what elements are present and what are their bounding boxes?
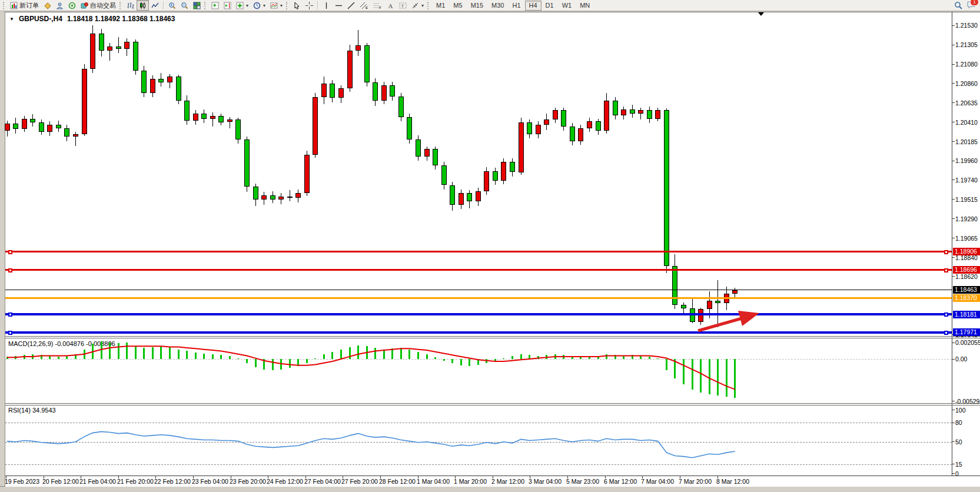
tile-windows-button[interactable] bbox=[191, 0, 203, 11]
macd-axis-label: -0.005292 bbox=[955, 398, 980, 405]
tf-button-m30[interactable]: M30 bbox=[487, 1, 508, 11]
collapse-triangle-icon[interactable]: ▼ bbox=[9, 16, 14, 22]
chart-shift-button[interactable] bbox=[221, 0, 234, 11]
macd-histogram-bar bbox=[726, 359, 727, 397]
periods-button[interactable]: ▾ bbox=[251, 0, 268, 11]
indicators-button[interactable]: ▾ bbox=[234, 0, 251, 11]
templates-button[interactable]: ▾ bbox=[268, 0, 285, 11]
bar-chart-button[interactable] bbox=[124, 0, 137, 11]
pane-divider[interactable] bbox=[5, 403, 980, 404]
toolbar-grip[interactable] bbox=[204, 2, 207, 9]
candle-body bbox=[647, 110, 652, 119]
toolbar-grip[interactable] bbox=[119, 2, 122, 9]
price-level-badge: 1.18463 bbox=[953, 286, 980, 294]
macd-histogram-bar bbox=[24, 355, 25, 359]
styles-button[interactable] bbox=[41, 0, 54, 11]
channel-button[interactable]: E bbox=[357, 0, 371, 11]
tf-button-h4[interactable]: H4 bbox=[525, 1, 542, 11]
line-chart-button[interactable] bbox=[149, 0, 161, 11]
pane-divider[interactable] bbox=[5, 405, 980, 405]
tf-button-m5[interactable]: M5 bbox=[449, 1, 466, 11]
horizontal-line-object[interactable] bbox=[5, 269, 952, 271]
line-anchor-handle[interactable] bbox=[944, 313, 948, 317]
horizontal-line-object[interactable] bbox=[5, 297, 952, 299]
macd-histogram-bar bbox=[331, 352, 333, 359]
macd-histogram-bar bbox=[289, 359, 291, 368]
new-order-button[interactable]: 新订单 bbox=[8, 0, 41, 11]
rsi-axis-tick bbox=[952, 423, 955, 423]
arrows-button[interactable]: ▾ bbox=[409, 0, 426, 11]
toolbar-grip[interactable] bbox=[286, 2, 288, 9]
horizontal-line-button[interactable] bbox=[333, 0, 345, 11]
macd-histogram-bar bbox=[306, 359, 308, 363]
candle-body bbox=[578, 128, 583, 141]
line-anchor-handle[interactable] bbox=[8, 313, 12, 317]
chevron-down-icon: ▾ bbox=[246, 3, 248, 8]
tf-button-m1[interactable]: M1 bbox=[432, 1, 449, 11]
line-anchor-handle[interactable] bbox=[8, 250, 12, 254]
macd-histogram-bar bbox=[6, 357, 8, 359]
candle-body bbox=[527, 122, 532, 135]
tf-button-h1[interactable]: H1 bbox=[508, 1, 524, 11]
candle-body bbox=[124, 42, 129, 49]
pane-divider[interactable] bbox=[5, 336, 980, 337]
zoom-out-button[interactable] bbox=[178, 0, 191, 11]
candle-body bbox=[604, 101, 609, 131]
price-axis-tick bbox=[952, 179, 955, 180]
label-button[interactable]: T bbox=[397, 0, 409, 11]
auto-scroll-button[interactable] bbox=[209, 0, 221, 11]
line-anchor-handle[interactable] bbox=[944, 250, 948, 254]
candle-body bbox=[107, 46, 112, 51]
crosshair-button[interactable] bbox=[303, 0, 315, 11]
cursor-button[interactable] bbox=[291, 0, 303, 11]
price-axis-tick bbox=[952, 199, 955, 200]
line-anchor-handle[interactable] bbox=[8, 268, 12, 272]
horizontal-line-object[interactable] bbox=[5, 313, 952, 315]
macd-histogram-bar bbox=[366, 346, 368, 359]
vertical-line-button[interactable] bbox=[320, 0, 333, 11]
chat-button[interactable]: 1 bbox=[966, 1, 976, 10]
macd-histogram-bar bbox=[220, 355, 222, 359]
candle-wick bbox=[230, 117, 230, 128]
macd-histogram-bar bbox=[683, 359, 685, 384]
line-anchor-handle[interactable] bbox=[944, 268, 948, 272]
price-axis-tick bbox=[952, 276, 955, 277]
candle-wick bbox=[212, 112, 213, 126]
tf-button-w1[interactable]: W1 bbox=[558, 1, 576, 11]
zoom-in-button[interactable] bbox=[166, 0, 178, 11]
signals-button[interactable] bbox=[66, 0, 78, 11]
candle-wick bbox=[717, 280, 718, 328]
macd-histogram-bar bbox=[494, 359, 496, 361]
svg-text:A: A bbox=[388, 2, 393, 9]
macd-histogram-bar bbox=[477, 359, 479, 365]
rsi-indicator-label: RSI(14) 34.9543 bbox=[8, 407, 56, 414]
window-bottom-edge bbox=[0, 486, 980, 492]
profile-button[interactable] bbox=[54, 0, 66, 11]
label-icon: T bbox=[399, 2, 407, 9]
macd-histogram-bar bbox=[623, 356, 624, 359]
line-anchor-handle[interactable] bbox=[8, 331, 12, 335]
time-axis-label: 3 Mar 04:00 bbox=[529, 478, 562, 485]
tf-button-mn[interactable]: MN bbox=[576, 1, 594, 11]
tf-button-d1[interactable]: D1 bbox=[542, 1, 558, 11]
price-axis-tick bbox=[952, 141, 955, 142]
toolbar-grip[interactable] bbox=[427, 2, 430, 9]
trendline-button[interactable] bbox=[345, 0, 357, 11]
pane-divider[interactable] bbox=[5, 338, 980, 338]
horizontal-line-object[interactable] bbox=[5, 290, 952, 290]
line-anchor-handle[interactable] bbox=[944, 331, 948, 335]
horizontal-line-object[interactable] bbox=[5, 331, 952, 334]
search-icon[interactable] bbox=[954, 1, 963, 10]
fibonacci-button[interactable]: F bbox=[371, 0, 384, 11]
horizontal-line-object[interactable] bbox=[5, 251, 952, 252]
macd-histogram-bar bbox=[49, 356, 51, 359]
candle-chart-button[interactable] bbox=[137, 0, 149, 11]
tf-button-m15[interactable]: M15 bbox=[467, 1, 487, 11]
price-axis-label: 1.19290 bbox=[955, 215, 978, 222]
macd-histogram-bar bbox=[135, 346, 137, 359]
trendline-icon bbox=[347, 2, 355, 9]
autotrading-button[interactable]: 自动交易 bbox=[78, 0, 118, 11]
text-button[interactable]: A bbox=[384, 0, 397, 11]
toolbar-grip[interactable] bbox=[3, 2, 5, 9]
styles-icon bbox=[44, 2, 51, 9]
